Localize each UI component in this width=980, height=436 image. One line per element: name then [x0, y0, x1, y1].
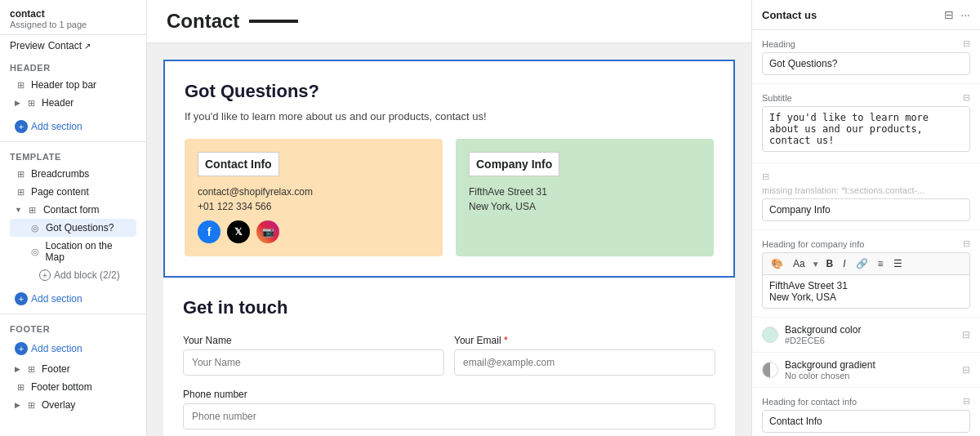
got-questions-subtitle: If you'd like to learn more about us and… [185, 110, 714, 122]
field-icon-heading: ⊟ [963, 38, 970, 49]
add-footer-section-btn[interactable]: + Add section [10, 339, 136, 358]
company-color-info: Background color #D2ECE6 [762, 324, 861, 345]
assigned-label: Assigned to 1 page [10, 20, 136, 29]
company-gradient-info: Background gradient No color chosen [762, 359, 875, 380]
contact-info-heading-label: Heading for contact info ⊟ [762, 396, 970, 407]
twitter-icon[interactable]: 𝕏 [227, 220, 250, 243]
circle-icon: ◎ [29, 222, 41, 234]
info-cards: Contact Info contact@shopifyrelax.com +0… [185, 139, 714, 256]
company-info-card: Company Info FifthAve Street 31 New York… [456, 139, 714, 256]
grid-icon4: ⊞ [15, 186, 26, 198]
sidebar-item-contact-form[interactable]: ▼ ⊞ Contact form [10, 201, 136, 219]
main-header: Contact [147, 0, 751, 43]
contact-phone: +01 122 334 566 [198, 201, 430, 212]
phone-input[interactable] [183, 403, 715, 429]
company-color-label-group: Background color #D2ECE6 [785, 324, 861, 345]
subtitle-textarea[interactable]: If you'd like to learn more about us and… [762, 106, 970, 152]
heading-field-label: Heading ⊟ [762, 38, 970, 49]
contact-info-heading-group: Heading for contact info ⊟ [752, 388, 980, 436]
phone-group: Phone number [183, 389, 715, 429]
contact-info-card: Contact Info contact@shopifyrelax.com +0… [185, 139, 443, 256]
contact-info-title: Contact Info [198, 152, 279, 176]
company-info-input[interactable] [762, 198, 970, 221]
bold-btn[interactable]: B [823, 256, 837, 271]
your-name-input[interactable] [183, 349, 444, 376]
page-title: Contact [167, 10, 298, 33]
field-icon-company: ⊟ [963, 238, 970, 249]
company-info-title: Company Info [469, 152, 559, 176]
missing-translation-group: ⊟ missing translation: *t:sections.conta… [752, 163, 980, 230]
contact-info-input[interactable] [762, 410, 970, 433]
preview-link[interactable]: Contact ↗ [48, 40, 91, 51]
expand-icon: ▶ [15, 99, 20, 107]
link-btn[interactable]: 🔗 [853, 256, 871, 271]
font-dropdown-icon[interactable]: ▼ [812, 260, 820, 269]
address-line2: New York, USA [769, 291, 963, 303]
got-questions-section: Got Questions? If you'd like to learn mo… [163, 60, 735, 278]
canvas-area: Got Questions? If you'd like to learn mo… [147, 43, 751, 436]
phone-label: Phone number [183, 389, 715, 400]
preview-row: Preview Contact ↗ [0, 35, 146, 56]
header-section-title: Header [10, 63, 136, 73]
field-icon-missing: ⊟ [762, 171, 769, 182]
sidebar-item-overlay[interactable]: ▶ ⊞ Overlay [10, 396, 136, 414]
heading-input[interactable] [762, 52, 970, 75]
sidebar-item-footer[interactable]: ▶ ⊞ Footer [10, 360, 136, 378]
contact-email: contact@shopifyrelax.com [198, 186, 430, 198]
grid-icon3: ⊞ [15, 168, 26, 180]
plus-icon-1: + [15, 120, 28, 133]
header-section: Header ⊞ Header top bar ▶ ⊞ Header [0, 56, 146, 115]
rich-text-toolbar: 🎨 Aa ▼ B I 🔗 ≡ ☰ [762, 252, 970, 274]
title-underline [249, 20, 298, 23]
ordered-list-btn[interactable]: ☰ [890, 256, 906, 271]
grid-icon5: ⊞ [27, 204, 38, 216]
your-name-label: Your Name [183, 335, 444, 346]
missing-translation-label: ⊟ [762, 171, 970, 182]
add-section-btn-2[interactable]: + Add section [10, 289, 136, 309]
sidebar-item-header[interactable]: ▶ ⊞ Header [10, 94, 136, 112]
sidebar-item-location[interactable]: ◎ Location on the Map [10, 237, 136, 266]
add-section-btn-1[interactable]: + Add section [10, 117, 136, 136]
more-options-icon[interactable]: ··· [960, 8, 970, 21]
company-address2: New York, USA [469, 201, 701, 212]
page-canvas: Got Questions? If you'd like to learn mo… [163, 60, 735, 420]
preview-label: Preview [10, 40, 45, 51]
font-btn[interactable]: Aa [790, 256, 808, 271]
social-icons: f 𝕏 📷 [198, 220, 430, 243]
sidebar-item-got-questions[interactable]: ◎ Got Questions? [10, 219, 136, 237]
plus-icon-4: + [15, 342, 28, 355]
grid-icon7: ⊞ [15, 381, 26, 393]
template-section-title: Template [10, 152, 136, 162]
company-color-action[interactable]: ⊟ [962, 329, 970, 340]
company-info-heading-label: Heading for company info ⊟ [762, 238, 970, 249]
missing-translation-text: missing translation: *t:sections.contact… [762, 185, 970, 195]
company-bg-color-row: Background color #D2ECE6 ⊟ [752, 318, 980, 353]
circle-icon2: ◎ [29, 246, 41, 257]
template-section: Template ⊞ Breadcrumbs ⊞ Page content ▼ … [0, 145, 146, 287]
company-gradient-action[interactable]: ⊟ [962, 364, 970, 376]
company-address1: FifthAve Street 31 [469, 186, 701, 198]
company-gradient-swatch[interactable] [762, 362, 778, 378]
grid-icon2: ⊞ [25, 97, 37, 109]
your-email-input[interactable] [454, 349, 715, 376]
instagram-icon[interactable]: 📷 [256, 220, 279, 243]
rich-text-area[interactable]: FifthAve Street 31 New York, USA [762, 274, 970, 309]
company-gradient-row: Background gradient No color chosen ⊟ [752, 353, 980, 388]
list-btn[interactable]: ≡ [875, 256, 887, 271]
grid-icon8: ⊞ [25, 399, 37, 411]
add-block-btn[interactable]: + Add block (2/2) [10, 266, 136, 284]
company-gradient-label-group: Background gradient No color chosen [785, 359, 875, 380]
your-email-label: Your Email * [454, 335, 715, 346]
facebook-icon[interactable]: f [198, 220, 220, 243]
expand-icon2: ▼ [15, 206, 22, 214]
copy-icon[interactable]: ⊟ [944, 8, 954, 21]
sidebar-item-footer-bottom[interactable]: ⊞ Footer bottom [10, 378, 136, 396]
italic-btn[interactable]: I [840, 256, 849, 271]
palette-btn[interactable]: 🎨 [768, 256, 786, 271]
company-color-swatch[interactable] [762, 327, 778, 343]
sidebar-item-header-top-bar[interactable]: ⊞ Header top bar [10, 76, 136, 94]
sidebar-item-breadcrumbs[interactable]: ⊞ Breadcrumbs [10, 165, 136, 183]
company-info-heading-group: Heading for company info ⊟ 🎨 Aa ▼ B I 🔗 … [752, 230, 980, 318]
left-sidebar: contact Assigned to 1 page Preview Conta… [0, 0, 147, 436]
sidebar-item-page-content[interactable]: ⊞ Page content [10, 183, 136, 201]
